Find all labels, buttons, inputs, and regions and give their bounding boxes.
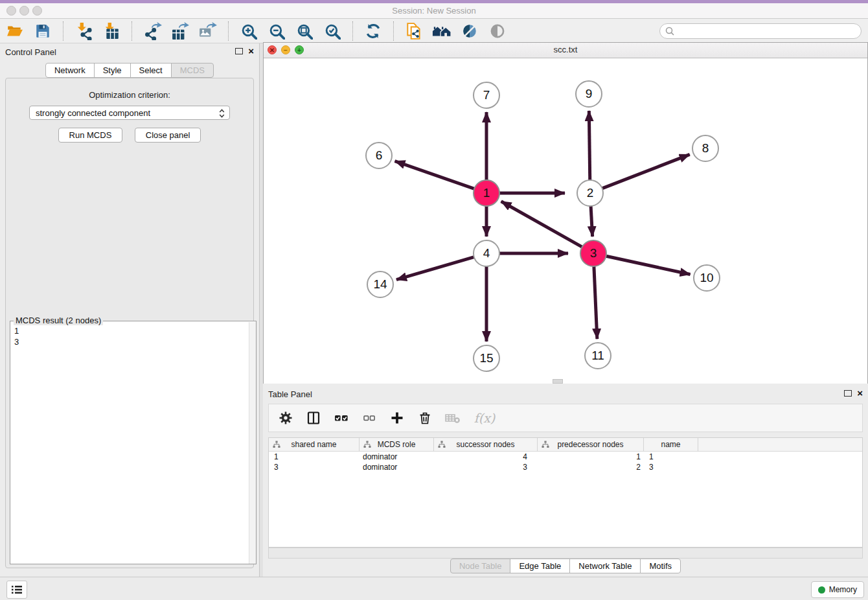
search-input[interactable] <box>659 23 862 39</box>
graph-edge-3-10[interactable] <box>606 256 691 274</box>
application-window: Session: New Session Control Panel × Net… <box>0 0 868 600</box>
table-tab-motifs[interactable]: Motifs <box>640 559 681 573</box>
column-header-name[interactable]: name <box>644 438 698 451</box>
table-cell[interactable]: 3 <box>644 462 698 472</box>
style-preview-icon[interactable] <box>460 21 479 41</box>
control-panel-header: Control Panel × <box>0 43 259 60</box>
table-cell[interactable]: dominator <box>360 462 434 472</box>
graph-edge-2-3[interactable] <box>591 205 593 237</box>
graph-node-6[interactable]: 6 <box>365 142 393 169</box>
graph-edge-2-8[interactable] <box>602 154 690 189</box>
graph-node-3[interactable]: 3 <box>580 240 607 267</box>
control-panel-tabs: NetworkStyleSelectMCDS <box>0 63 259 78</box>
mcds-result-scrollbar[interactable] <box>249 322 256 564</box>
graph-node-10[interactable]: 10 <box>693 264 720 292</box>
tab-select[interactable]: Select <box>130 63 172 78</box>
table-cell[interactable]: dominator <box>360 452 434 462</box>
deselect-all-icon[interactable] <box>360 409 378 427</box>
copy-network-icon[interactable] <box>404 21 424 41</box>
control-panel: Control Panel × NetworkStyleSelectMCDS O… <box>0 43 260 577</box>
table-cell[interactable]: 2 <box>538 462 644 472</box>
tab-mcds[interactable]: MCDS <box>171 63 214 78</box>
open-session-icon[interactable] <box>5 21 25 41</box>
task-history-button[interactable] <box>6 581 27 599</box>
table-scrollbar[interactable] <box>268 548 863 559</box>
session-title: Session: New Session <box>0 6 868 16</box>
import-table-icon[interactable] <box>102 21 121 41</box>
refresh-icon[interactable] <box>363 21 383 41</box>
table-cell[interactable]: 4 <box>434 452 538 462</box>
network-window-titlebar[interactable]: ✕ − + scc.txt <box>264 43 867 58</box>
graph-node-4[interactable]: 4 <box>473 240 500 267</box>
add-column-icon[interactable] <box>388 409 406 427</box>
graph-node-14[interactable]: 14 <box>367 271 394 298</box>
export-image-icon[interactable] <box>198 21 218 41</box>
table-cell[interactable]: 1 <box>269 452 360 462</box>
toolbar-separator <box>393 21 394 41</box>
table-cell[interactable]: 3 <box>269 462 360 472</box>
table-row[interactable]: 1dominator411 <box>269 452 862 462</box>
graph-node-7[interactable]: 7 <box>473 82 500 109</box>
graph-node-1[interactable]: 1 <box>473 179 500 207</box>
criterion-select[interactable]: strongly connected component <box>29 106 230 120</box>
zoom-out-icon[interactable] <box>267 21 286 41</box>
zoom-in-icon[interactable] <box>239 21 258 41</box>
close-panel-icon[interactable]: × <box>248 47 254 56</box>
graph-edge-1-6[interactable] <box>395 161 475 189</box>
network-view-window: ✕ − + scc.txt 7968124314101511 <box>263 42 868 384</box>
graph-edge-2-9[interactable] <box>589 111 589 181</box>
network-canvas[interactable]: 7968124314101511 <box>264 58 867 384</box>
table-tab-network-table[interactable]: Network Table <box>569 559 641 573</box>
mcds-panel: Optimization criterion: strongly connect… <box>5 78 254 568</box>
graph-node-11[interactable]: 11 <box>584 342 611 369</box>
eye-icon[interactable] <box>488 21 507 41</box>
column-header-MCDS-role[interactable]: MCDS role <box>360 438 434 451</box>
toolbar-separator <box>63 21 63 41</box>
import-network-icon[interactable] <box>74 21 93 41</box>
table-cell[interactable]: 3 <box>434 462 538 472</box>
export-network-icon[interactable] <box>143 21 162 41</box>
graph-node-8[interactable]: 8 <box>692 135 719 162</box>
main-titlebar[interactable]: Session: New Session <box>0 3 868 19</box>
graph-node-2[interactable]: 2 <box>577 179 604 207</box>
table-cell[interactable]: 1 <box>538 452 644 462</box>
tab-network[interactable]: Network <box>45 63 95 78</box>
table-row[interactable]: 3dominator323 <box>269 462 862 472</box>
column-header-shared-name[interactable]: shared name <box>269 438 360 451</box>
column-header-filler <box>698 438 862 451</box>
mcds-result-line: 1 <box>14 325 246 336</box>
select-all-icon[interactable] <box>332 409 350 427</box>
column-header-predecessor-nodes[interactable]: predecessor nodes <box>538 438 644 451</box>
memory-status-icon <box>818 586 825 594</box>
table-cell[interactable]: 1 <box>644 452 698 462</box>
graph-edge-3-11[interactable] <box>594 266 597 339</box>
gear-icon[interactable] <box>277 409 295 427</box>
graph-node-15[interactable]: 15 <box>473 345 500 372</box>
canvas-scrollbar-thumb[interactable] <box>553 379 563 384</box>
node-table: shared nameMCDS rolesuccessor nodesprede… <box>268 437 863 548</box>
mcds-result-line: 3 <box>14 336 246 347</box>
column-settings-icon[interactable] <box>304 409 323 427</box>
graph-edge-3-1[interactable] <box>501 202 583 248</box>
export-table-icon[interactable] <box>170 21 190 41</box>
graph-edge-4-14[interactable] <box>396 257 475 279</box>
mcds-result-text[interactable]: 13 <box>10 322 249 564</box>
close-table-panel-icon[interactable]: × <box>857 389 863 398</box>
table-tab-edge-table[interactable]: Edge Table <box>510 559 570 573</box>
zoom-selected-icon[interactable] <box>323 21 342 41</box>
toolbar-separator <box>352 21 353 41</box>
graph-node-9[interactable]: 9 <box>575 80 602 108</box>
tab-style[interactable]: Style <box>94 63 131 78</box>
table-tab-node-table[interactable]: Node Table <box>450 559 511 573</box>
search-field-wrap <box>659 23 862 39</box>
column-header-successor-nodes[interactable]: successor nodes <box>434 438 538 451</box>
memory-button[interactable]: Memory <box>811 581 864 598</box>
save-session-icon[interactable] <box>33 21 52 41</box>
float-table-panel-icon[interactable] <box>844 390 852 397</box>
zoom-fit-icon[interactable] <box>295 21 314 41</box>
run-mcds-button[interactable]: Run MCDS <box>58 128 123 143</box>
close-panel-button[interactable]: Close panel <box>135 128 201 143</box>
delete-column-icon[interactable] <box>416 409 434 427</box>
home-icon[interactable] <box>432 21 451 41</box>
float-panel-icon[interactable] <box>235 48 243 54</box>
